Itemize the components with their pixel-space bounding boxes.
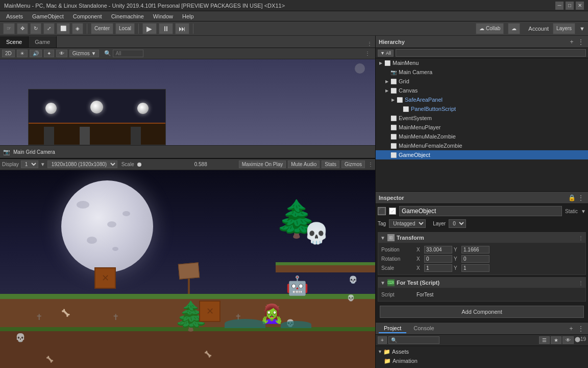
position-y-input[interactable] [461, 246, 489, 254]
scene-lighting-button[interactable]: ☀ [17, 50, 28, 57]
scene-more-btn[interactable]: ⋮ [365, 51, 373, 56]
fortest-menu-icon[interactable]: ⋮ [578, 280, 583, 286]
toolbar-separator-1 [87, 24, 87, 34]
hierarchy-item-mainmenuplayer[interactable]: ⬜ MainMenuPlayer [376, 123, 588, 132]
hierarchy-search-input[interactable] [396, 49, 586, 57]
moon-object [61, 180, 153, 272]
transform-header[interactable]: ▼ ⊞ Transform ⋮ [378, 233, 585, 243]
menu-window[interactable]: Window [149, 13, 177, 20]
tab-game[interactable]: Game [29, 36, 57, 48]
menu-cinemachine[interactable]: Cinemachine [107, 13, 148, 20]
layers-button[interactable]: Layers [553, 23, 575, 34]
safeareapanel-icon: ⬜ [396, 96, 403, 103]
menu-assets[interactable]: Assets [2, 13, 27, 20]
hierarchy-item-gameobject[interactable]: ⬜ GameObject [376, 150, 588, 159]
maximize-button[interactable]: □ [566, 2, 574, 10]
resolution-select[interactable]: 1920x1080 (1920x1080) [47, 160, 117, 168]
hierarchy-item-panelbuttonscript[interactable]: ⬜ PanelButtonScript [376, 104, 588, 113]
project-filter-btn[interactable]: ☰ [539, 336, 550, 344]
space-local-button[interactable]: Local [115, 23, 135, 34]
project-eye-btn[interactable]: 👁 [562, 336, 574, 344]
tool-move[interactable]: ✥ [17, 23, 28, 34]
mute-audio-button[interactable]: Mute Audio [288, 160, 320, 168]
tool-hand[interactable]: ☞ [3, 23, 15, 34]
project-search-input[interactable] [388, 336, 439, 344]
transform-menu-icon[interactable]: ⋮ [578, 235, 583, 241]
add-component-button[interactable]: Add Component [380, 306, 584, 318]
project-more-button[interactable]: ⋮ [577, 325, 585, 333]
mainmenufemale-arrow [384, 143, 390, 149]
hierarchy-item-safeareapanel[interactable]: ▶ ⬜ SafeAreaPanel [376, 95, 588, 104]
rotation-y-input[interactable] [461, 255, 489, 263]
account-label[interactable]: Account [528, 26, 549, 32]
scene-fx-button[interactable]: ✦ [44, 50, 54, 57]
hierarchy-item-mainmenufemale[interactable]: ⬜ MainMenuFemaleZombie [376, 141, 588, 150]
project-add-toolbar-btn[interactable]: + [378, 336, 387, 344]
go-active-checkbox[interactable]: ✓ [389, 208, 396, 215]
scene-audio-button[interactable]: 🔊 [30, 50, 42, 57]
minimize-button[interactable]: ─ [555, 2, 564, 10]
play-button[interactable]: ▶ [142, 23, 157, 34]
project-item-animation[interactable]: 📁 Animation [376, 356, 588, 365]
canvas-icon: ⬜ [390, 87, 397, 94]
bone-lower-2: 🦴 [204, 351, 212, 358]
scale-row: Scale X Y [381, 263, 582, 272]
tool-scale[interactable]: ⤢ [43, 23, 55, 34]
pause-button[interactable]: ⏸ [159, 23, 173, 34]
fortest-header[interactable]: ▼ ⌨ For Test (Script) ⋮ [378, 278, 585, 288]
tab-console[interactable]: Console [408, 324, 439, 333]
scene-gizmos-button[interactable]: Gizmos ▼ [69, 50, 100, 57]
project-item-art[interactable]: 📁 Art [376, 365, 588, 368]
inspector-title: Inspector [379, 195, 404, 201]
gizmos-game-button[interactable]: Gizmos [341, 160, 365, 168]
maximize-on-play-button[interactable]: Maximize On Play [239, 160, 286, 168]
rotation-x-input[interactable] [424, 255, 452, 263]
project-item-assets-root[interactable]: ▼ 📁 Assets [376, 347, 588, 356]
hierarchy-more-button[interactable]: ⋮ [577, 38, 585, 46]
scene-search-input[interactable] [113, 50, 143, 57]
inspector-header: Inspector 🔒 ⋮ [376, 192, 588, 204]
menu-component[interactable]: Component [69, 13, 106, 20]
hierarchy-filter-button[interactable]: ▼ All [378, 50, 394, 57]
tool-transform[interactable]: ◈ [72, 23, 83, 34]
hierarchy-item-eventsystem[interactable]: ⬜ EventSystem [376, 113, 588, 123]
display-select[interactable]: 1 [21, 160, 38, 168]
hierarchy-add-button[interactable]: + [568, 38, 576, 46]
game-more-btn[interactable]: ⋮ [368, 162, 373, 167]
menu-gameobject[interactable]: GameObject [28, 13, 68, 20]
step-button[interactable]: ⏭ [175, 23, 189, 34]
close-button[interactable]: ✕ [576, 2, 584, 10]
scale-y-input[interactable] [461, 264, 489, 272]
go-name-input[interactable] [399, 206, 562, 216]
hierarchy-item-maincamera[interactable]: 📷 Main Camera [376, 67, 588, 77]
collab-button[interactable]: ☁ Collab [476, 23, 504, 34]
project-add-button[interactable]: + [567, 325, 575, 333]
inspector-lock-button[interactable]: 🔒 [568, 194, 576, 202]
pivot-center-button[interactable]: Center [91, 23, 113, 34]
tool-rotate[interactable]: ↻ [30, 23, 41, 34]
tab-scene[interactable]: Scene [0, 36, 29, 48]
go-static-arrow[interactable]: ▼ [581, 209, 586, 214]
hierarchy-item-canvas[interactable]: ▶ ⬜ Canvas [376, 86, 588, 95]
layer-select[interactable]: 0 [449, 219, 466, 228]
ground-grass [0, 294, 375, 299]
skull-object: 💀 [304, 221, 329, 245]
scene-hidden-objects-button[interactable]: 👁 [56, 50, 67, 57]
stats-button[interactable]: Stats [322, 160, 339, 168]
scale-x-input[interactable] [424, 264, 452, 272]
inspector-more-button[interactable]: ⋮ [577, 194, 585, 202]
tab-project[interactable]: Project [379, 324, 406, 333]
menu-help[interactable]: Help [178, 13, 198, 20]
mainmenuplayer-label: MainMenuPlayer [399, 124, 441, 130]
view-more-btn[interactable]: ⋮ [364, 40, 375, 48]
tag-select[interactable]: Untagged [389, 219, 426, 228]
2d-mode-button[interactable]: 2D [2, 50, 15, 57]
sign-pole [188, 279, 190, 294]
cloud-button[interactable]: ☁ [508, 23, 520, 34]
project-star-btn[interactable]: ★ [551, 336, 561, 344]
hierarchy-item-mainmenumale[interactable]: ⬜ MainMenuMaleZombie [376, 132, 588, 141]
position-x-input[interactable] [424, 246, 452, 254]
tool-rect[interactable]: ⬜ [57, 23, 70, 34]
hierarchy-item-mainmenu[interactable]: ▶ ⬜ MainMenu [376, 58, 588, 67]
hierarchy-item-grid[interactable]: ▶ ⬜ Grid [376, 77, 588, 86]
